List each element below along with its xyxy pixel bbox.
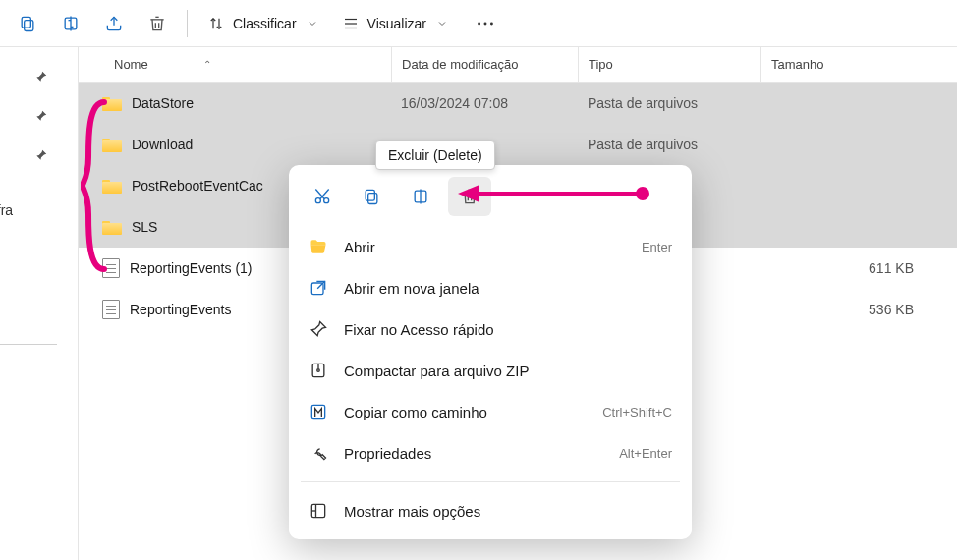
column-header-name[interactable]: Nome ⌃ — [79, 57, 391, 72]
context-menu-label: Abrir — [344, 239, 626, 255]
folder-icon — [102, 219, 122, 235]
sort-label: Classificar — [233, 16, 297, 31]
delete-icon[interactable] — [448, 177, 491, 216]
more-button[interactable] — [462, 6, 509, 41]
zip-icon — [309, 361, 328, 380]
column-header-date[interactable]: Data de modificação — [391, 47, 578, 82]
folder-icon — [102, 137, 122, 152]
file-name: DataStore — [132, 95, 194, 111]
svg-rect-11 — [368, 194, 377, 204]
file-type: Pasta de arquivos — [578, 95, 760, 111]
chevron-down-icon — [307, 18, 318, 29]
file-size: 536 KB — [760, 302, 957, 317]
context-menu-label: Copiar como caminho — [344, 404, 587, 420]
copy-icon[interactable] — [8, 6, 47, 41]
copy-icon[interactable] — [350, 177, 393, 216]
file-type: Pasta de arquivos — [578, 137, 760, 152]
context-menu-label: Mostrar mais opções — [344, 503, 672, 520]
svg-point-5 — [490, 22, 493, 25]
context-menu-item[interactable]: AbrirEnter — [295, 226, 686, 267]
delete-icon[interactable] — [138, 6, 177, 41]
file-size: 611 KB — [760, 260, 957, 276]
context-menu-accelerator: Alt+Enter — [619, 446, 672, 461]
svg-rect-12 — [366, 190, 374, 200]
pin-icon — [34, 109, 48, 123]
table-row[interactable]: DataStore16/03/2024 07:08Pasta de arquiv… — [79, 83, 957, 124]
folder-open-icon — [309, 237, 328, 256]
context-menu-label: Compactar para arquivo ZIP — [344, 363, 656, 379]
sort-button[interactable]: Classificar — [197, 6, 328, 41]
svg-rect-1 — [22, 17, 30, 28]
column-header-type[interactable]: Tipo — [578, 47, 760, 82]
context-menu-item[interactable]: Copiar como caminhoCtrl+Shift+C — [295, 391, 686, 432]
context-menu-item[interactable]: Fixar no Acesso rápido — [295, 308, 686, 350]
toolbar: Classificar Visualizar — [0, 0, 957, 47]
sidebar-pinned-item[interactable] — [0, 136, 78, 175]
context-menu-iconbar — [295, 173, 686, 226]
folder-icon — [102, 178, 122, 194]
rename-icon[interactable] — [51, 6, 90, 41]
file-name: SLS — [132, 219, 157, 235]
view-label: Visualizar — [367, 16, 426, 31]
sort-indicator-icon: ⌃ — [203, 59, 211, 70]
context-menu-label: Fixar no Acesso rápido — [344, 321, 656, 338]
context-menu-label: Propriedades — [344, 445, 603, 462]
pin-icon — [309, 319, 328, 339]
file-name: ReportingEvents (1) — [130, 260, 253, 276]
tooltip-text: Excluir (Delete) — [388, 147, 482, 163]
cut-icon[interactable] — [301, 177, 344, 216]
table-row[interactable]: Download07:04Pasta de arquivos — [79, 124, 957, 165]
sidebar-divider — [0, 344, 57, 345]
file-name: PostRebootEventCac — [132, 178, 263, 194]
context-menu-accelerator: Enter — [642, 240, 672, 254]
svg-point-4 — [484, 22, 487, 25]
context-menu-separator — [301, 481, 680, 482]
file-icon — [102, 258, 120, 278]
more-options-icon — [309, 501, 328, 521]
context-menu-accelerator: Ctrl+Shift+C — [602, 405, 672, 420]
svg-point-9 — [315, 198, 320, 203]
share-icon[interactable] — [94, 6, 134, 41]
rename-icon[interactable] — [399, 177, 442, 216]
sidebar-pinned-item[interactable] — [0, 96, 78, 136]
open-new-window-icon — [309, 278, 328, 298]
pin-icon — [34, 70, 48, 84]
context-menu-item[interactable]: Abrir em nova janela — [295, 267, 686, 308]
context-menu-item[interactable]: PropriedadesAlt+Enter — [295, 432, 686, 474]
file-name: ReportingEvents — [130, 302, 232, 317]
svg-point-10 — [324, 198, 329, 203]
file-name: Download — [132, 137, 193, 152]
svg-point-16 — [317, 369, 320, 372]
file-date: 16/03/2024 07:08 — [391, 95, 578, 111]
context-menu-more-options[interactable]: Mostrar mais opções — [295, 490, 686, 532]
file-icon — [102, 300, 120, 319]
sidebar-item-label[interactable]: arragem-fra — [0, 202, 13, 218]
copy-path-icon — [309, 402, 328, 421]
toolbar-divider — [187, 10, 188, 37]
sidebar-pinned-item[interactable] — [0, 57, 78, 96]
context-menu-item[interactable]: Compactar para arquivo ZIP — [295, 350, 686, 391]
column-header-size[interactable]: Tamanho — [760, 47, 957, 82]
view-button[interactable]: Visualizar — [332, 6, 458, 41]
context-menu: AbrirEnterAbrir em nova janelaFixar no A… — [289, 165, 692, 539]
wrench-icon — [309, 443, 328, 463]
folder-icon — [102, 95, 122, 111]
file-list: Nome ⌃ Data de modificação Tipo Tamanho … — [79, 47, 957, 560]
context-menu-label: Abrir em nova janela — [344, 280, 656, 297]
chevron-down-icon — [436, 18, 448, 29]
svg-rect-0 — [25, 20, 33, 30]
pin-icon — [34, 148, 48, 162]
svg-point-3 — [478, 22, 480, 25]
sidebar: arragem-fra — [0, 47, 79, 560]
column-headers: Nome ⌃ Data de modificação Tipo Tamanho — [79, 47, 957, 83]
delete-tooltip: Excluir (Delete) — [375, 140, 495, 170]
